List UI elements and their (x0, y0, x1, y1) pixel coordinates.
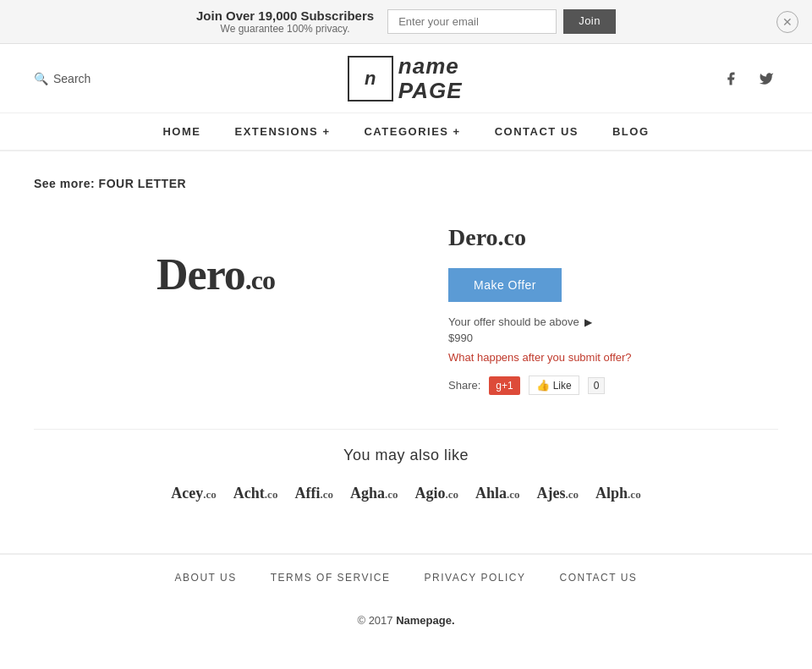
main-content: See more: FOUR LETTER Dero.co Dero.co Ma… (0, 151, 812, 553)
domain-card-tld: .co (628, 488, 641, 501)
domain-card[interactable]: Agha.co (350, 485, 398, 502)
domain-card-name: Agio (414, 485, 445, 502)
domain-card-name: Ahla (475, 485, 507, 502)
twitter-icon[interactable] (754, 67, 778, 90)
domain-card-tld: .co (265, 488, 278, 501)
facebook-icon[interactable] (719, 67, 743, 90)
domain-card-name: Ajes (537, 485, 566, 502)
domain-visual-name: Dero (156, 250, 245, 299)
offer-amount: $990 (448, 332, 778, 344)
social-links (719, 67, 778, 90)
domain-card-name: Affi (294, 485, 320, 502)
domain-info: Dero.co Make Offer Your offer should be … (448, 216, 778, 395)
main-nav: HOME EXTENSIONS + CATEGORIES + CONTACT U… (0, 113, 812, 151)
close-button[interactable]: ✕ (776, 11, 798, 33)
offer-arrow-icon: ▶ (584, 316, 592, 328)
offer-info: Your offer should be above ▶ (448, 315, 778, 328)
nav-blog[interactable]: BLOG (612, 125, 650, 138)
domain-card[interactable]: Agio.co (414, 485, 458, 502)
domain-card-tld: .co (445, 488, 458, 501)
email-input[interactable] (387, 9, 557, 34)
fb-thumb-icon: 👍 (536, 379, 550, 392)
logo-name: name (398, 54, 463, 79)
banner-text: Join Over 19,000 Subscribers We guarante… (196, 8, 374, 35)
domain-card[interactable]: Acht.co (233, 485, 278, 502)
fb-like-button[interactable]: 👍 Like (529, 376, 579, 395)
search-icon: 🔍 (34, 72, 48, 85)
footer-copy: © 2017 Namepage. (0, 600, 812, 640)
logo-page: PAGE (398, 79, 463, 103)
domain-card-tld: .co (566, 488, 579, 501)
nav-contact[interactable]: CONTACT US (495, 125, 579, 138)
copyright-text: © 2017 (357, 614, 392, 627)
footer-link[interactable]: PRIVACY POLICY (425, 572, 526, 584)
fb-like-label: Like (553, 380, 572, 392)
domain-visual-text: Dero.co (156, 250, 275, 299)
domain-card-name: Acht (233, 485, 265, 502)
domain-main-section: Dero.co Dero.co Make Offer Your offer sh… (34, 216, 778, 395)
top-banner: Join Over 19,000 Subscribers We guarante… (0, 0, 812, 44)
logo-icon: n (365, 68, 376, 90)
domain-visual-tld: .co (245, 265, 275, 295)
gplus-button[interactable]: g+1 (489, 376, 519, 395)
header: 🔍 Search n name PAGE (0, 44, 812, 113)
domain-card[interactable]: Ajes.co (537, 485, 579, 502)
domain-card-tld: .co (320, 488, 333, 501)
domain-card[interactable]: Alph.co (595, 485, 641, 502)
domain-card-name: Agha (350, 485, 385, 502)
domain-card-name: Alph (595, 485, 628, 502)
domain-card-name: Acey (171, 485, 203, 502)
search-label: Search (53, 72, 91, 85)
footer-links: ABOUT USTERMS OF SERVICEPRIVACY POLICYCO… (0, 553, 812, 600)
domain-card[interactable]: Acey.co (171, 485, 217, 502)
join-button[interactable]: Join (563, 9, 616, 34)
banner-form: Join (387, 9, 616, 34)
search-button[interactable]: 🔍 Search (34, 72, 91, 85)
domain-card-tld: .co (203, 488, 217, 501)
see-more: See more: FOUR LETTER (34, 177, 778, 190)
domain-card-tld: .co (507, 488, 520, 501)
domain-title: Dero.co (448, 224, 778, 251)
see-more-label: See more: (34, 177, 95, 190)
domain-visual: Dero.co (34, 216, 398, 333)
fb-count: 0 (588, 377, 606, 394)
banner-main-text: Join Over 19,000 Subscribers (196, 8, 374, 23)
logo[interactable]: n name PAGE (348, 54, 463, 102)
see-more-value[interactable]: FOUR LETTER (99, 177, 187, 190)
footer-link[interactable]: ABOUT US (175, 572, 237, 584)
nav-extensions[interactable]: EXTENSIONS + (234, 125, 330, 138)
footer-link[interactable]: CONTACT US (559, 572, 637, 584)
logo-icon-box: n (348, 56, 393, 101)
nav-categories[interactable]: CATEGORIES + (364, 125, 460, 138)
banner-sub-text: We guarantee 100% privacy. (196, 23, 374, 35)
offer-info-text: Your offer should be above (448, 315, 579, 328)
domain-card[interactable]: Affi.co (294, 485, 333, 502)
domain-card-tld: .co (385, 488, 398, 501)
logo-text: name PAGE (398, 54, 463, 102)
brand-link[interactable]: Namepage. (396, 614, 454, 627)
offer-link[interactable]: What happens after you submit offer? (448, 351, 778, 364)
also-like-section: You may also like Acey.coAcht.coAffi.coA… (34, 429, 778, 528)
also-like-title: You may also like (34, 447, 778, 464)
share-label: Share: (448, 379, 480, 392)
nav-home[interactable]: HOME (162, 125, 200, 138)
domain-card[interactable]: Ahla.co (475, 485, 520, 502)
make-offer-button[interactable]: Make Offer (448, 268, 562, 302)
footer-link[interactable]: TERMS OF SERVICE (271, 572, 391, 584)
share-row: Share: g+1 👍 Like 0 (448, 376, 778, 395)
also-like-grid: Acey.coAcht.coAffi.coAgha.coAgio.coAhla.… (34, 485, 778, 502)
